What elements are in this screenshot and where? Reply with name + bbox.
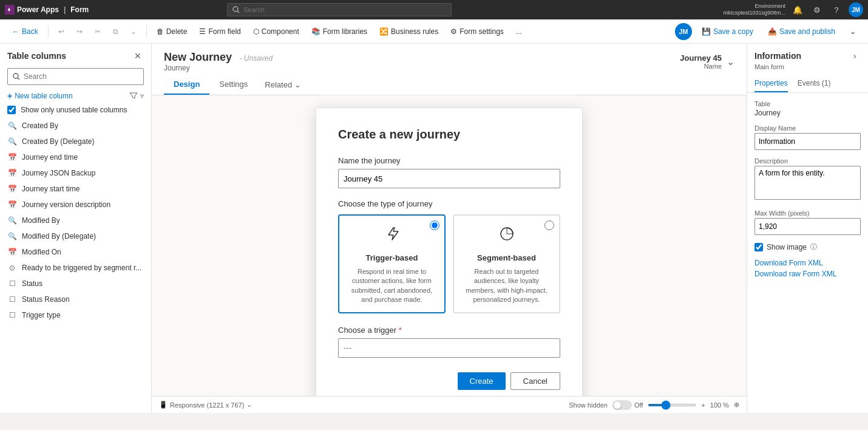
more-options-button[interactable]: ... xyxy=(511,25,527,38)
form-name-label: Name xyxy=(680,63,722,70)
app-logo: Power Apps | Form xyxy=(5,5,89,15)
type-section-label: Choose the type of journey xyxy=(338,199,560,208)
toggle-icon: ⊙ xyxy=(7,263,17,273)
copy-button[interactable]: ⧉ xyxy=(108,25,123,38)
download-raw-xml-link[interactable]: Download raw Form XML xyxy=(754,270,861,278)
form-field-icon: ☰ xyxy=(199,27,206,36)
zoom-fit-icon[interactable]: ⊕ xyxy=(734,401,739,409)
rp-display-name-input[interactable] xyxy=(754,133,861,150)
sidebar-filter-button[interactable]: ▿ xyxy=(129,92,144,100)
avatar[interactable]: JM xyxy=(849,2,863,17)
dialog-type-field: Choose the type of journey Trigger-based… xyxy=(338,199,560,313)
sidebar-search-icon xyxy=(13,73,20,80)
sidebar-search-box[interactable] xyxy=(7,68,144,85)
trigger-based-radio[interactable] xyxy=(430,220,439,230)
filter-icon xyxy=(129,92,138,100)
sidebar-item-trigger-type[interactable]: ☐ Trigger type xyxy=(0,307,151,323)
segment-based-icon xyxy=(498,225,515,246)
save-copy-button[interactable]: 💾 Save a copy xyxy=(697,25,758,38)
responsive-label[interactable]: 📱 Responsive (1221 x 767) ⌄ xyxy=(159,401,252,409)
delete-button[interactable]: 🗑 Delete xyxy=(152,25,192,38)
zoom-value: 100 % xyxy=(710,401,729,409)
sidebar-search-input[interactable] xyxy=(24,72,138,81)
more-history-button[interactable]: ⌄ xyxy=(126,25,141,38)
show-unused-checkbox[interactable] xyxy=(7,106,16,114)
toolbar-separator-1 xyxy=(48,26,49,38)
rp-description-input[interactable]: A form for this entity. xyxy=(754,166,861,200)
cut-button[interactable]: ✂ xyxy=(90,25,106,38)
form-name-dropdown-button[interactable]: ⌄ xyxy=(727,56,734,67)
sidebar-item-journey-json-backup[interactable]: 📅 Journey JSON Backup xyxy=(0,165,151,181)
form-unsaved: - Unsaved xyxy=(240,54,273,63)
center-content: New Journey - Unsaved Journey Journey 45… xyxy=(152,44,747,413)
back-label: Back xyxy=(22,27,38,36)
trigger-input[interactable] xyxy=(338,338,560,358)
save-publish-button[interactable]: 📤 Save and publish xyxy=(763,25,840,38)
rp-show-image-row[interactable]: Show image ⓘ xyxy=(754,242,861,251)
component-button[interactable]: ⬡ Component xyxy=(248,25,304,38)
sidebar-item-created-by[interactable]: 🔍 Created By xyxy=(0,118,151,134)
zoom-slider[interactable] xyxy=(648,404,696,406)
sidebar-item-created-by-delegate[interactable]: 🔍 Created By (Delegate) xyxy=(0,134,151,149)
calendar-icon: 📅 xyxy=(7,184,17,194)
user-avatar[interactable]: JM xyxy=(675,23,692,40)
show-image-info-icon[interactable]: ⓘ xyxy=(810,242,817,251)
form-libraries-button[interactable]: 📚 Form libraries xyxy=(307,25,372,38)
segment-based-radio[interactable] xyxy=(544,220,554,230)
tab-settings[interactable]: Settings xyxy=(209,75,257,95)
rp-display-name-field: Display Name xyxy=(754,125,861,150)
undo-button[interactable]: ↩ xyxy=(53,25,69,38)
trigger-label: Choose a trigger * xyxy=(338,326,560,335)
download-form-xml-link[interactable]: Download Form XML xyxy=(754,259,861,267)
zoom-label: + xyxy=(701,401,705,409)
right-panel-expand-button[interactable]: › xyxy=(849,50,861,62)
sidebar-item-journey-version-description[interactable]: 📅 Journey version description xyxy=(0,197,151,213)
sidebar-item-ready-trigger[interactable]: ⊙ Ready to be triggered by segment r... xyxy=(0,260,151,276)
search-icon: 🔍 xyxy=(7,231,17,241)
right-panel: Information › Main form Properties Event… xyxy=(747,44,868,413)
sidebar-item-modified-by[interactable]: 🔍 Modified By xyxy=(0,213,151,228)
status-icon: ☐ xyxy=(7,279,17,288)
sidebar-close-button[interactable]: ✕ xyxy=(132,50,144,62)
sidebar-item-status[interactable]: ☐ Status xyxy=(0,276,151,292)
sidebar-item-journey-start-time[interactable]: 📅 Journey start time xyxy=(0,181,151,197)
dialog-title: Create a new journey xyxy=(338,128,560,142)
sidebar-item-modified-on[interactable]: 📅 Modified On xyxy=(0,244,151,260)
business-rules-button[interactable]: 🔀 Business rules xyxy=(375,25,443,38)
help-icon[interactable]: ? xyxy=(829,2,844,17)
tab-properties[interactable]: Properties xyxy=(754,75,788,92)
tab-related[interactable]: Related ⌄ xyxy=(257,75,308,95)
segment-based-card[interactable]: Segment-based Reach out to targeted audi… xyxy=(453,214,560,313)
search-icon xyxy=(232,6,240,13)
save-dropdown-button[interactable]: ⌄ xyxy=(845,25,861,38)
show-unused-row[interactable]: Show only unused table columns xyxy=(0,103,151,118)
redo-button[interactable]: ↪ xyxy=(72,25,87,38)
trigger-based-card[interactable]: Trigger-based Respond in real time to cu… xyxy=(338,214,446,313)
rp-show-image-field: Show image ⓘ xyxy=(754,242,861,251)
trigger-required-indicator: * xyxy=(399,326,402,335)
rp-max-width-input[interactable] xyxy=(754,218,861,235)
show-unused-label: Show only unused table columns xyxy=(21,106,127,114)
sidebar-item-modified-by-delegate[interactable]: 🔍 Modified By (Delegate) xyxy=(0,228,151,244)
create-button[interactable]: Create xyxy=(458,372,506,390)
form-title-group: New Journey - Unsaved Journey xyxy=(164,51,273,72)
sidebar-item-journey-end-time[interactable]: 📅 Journey end time xyxy=(0,149,151,165)
search-input[interactable] xyxy=(243,6,446,13)
responsive-dropdown-icon: ⌄ xyxy=(246,401,252,409)
global-search-box[interactable] xyxy=(227,3,452,16)
back-button[interactable]: ← Back xyxy=(7,25,43,38)
show-hidden-toggle[interactable]: Off xyxy=(612,400,643,410)
settings-icon[interactable]: ⚙ xyxy=(810,2,824,17)
form-settings-button[interactable]: ⚙ Form settings xyxy=(446,25,509,38)
tab-design[interactable]: Design xyxy=(164,75,209,95)
form-field-button[interactable]: ☰ Form field xyxy=(194,25,245,38)
notifications-icon[interactable]: 🔔 xyxy=(790,2,805,17)
rp-links-field: Download Form XML Download raw Form XML xyxy=(754,259,861,278)
rp-show-image-checkbox[interactable] xyxy=(754,243,763,251)
sidebar-item-status-reason[interactable]: ☐ Status Reason xyxy=(0,292,151,307)
tab-events[interactable]: Events (1) xyxy=(798,75,831,92)
journey-name-input[interactable] xyxy=(338,169,560,188)
cancel-button[interactable]: Cancel xyxy=(510,372,560,390)
rp-display-name-label: Display Name xyxy=(754,125,861,132)
new-table-column-button[interactable]: + New table column xyxy=(7,91,73,101)
